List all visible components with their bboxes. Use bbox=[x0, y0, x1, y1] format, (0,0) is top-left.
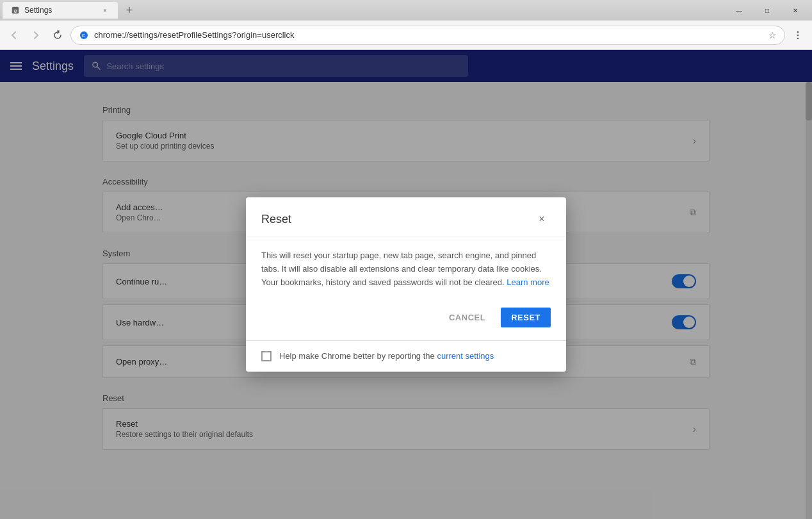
reload-button[interactable] bbox=[49, 26, 67, 44]
current-settings-link[interactable]: current settings bbox=[437, 351, 494, 361]
omnibox[interactable]: C chrome://settings/resetProfileSettings… bbox=[70, 26, 785, 45]
back-button[interactable] bbox=[5, 26, 23, 44]
reset-button[interactable]: RESET bbox=[501, 308, 551, 327]
close-button[interactable]: ✕ bbox=[781, 1, 809, 19]
active-tab[interactable]: ⚙ Settings × bbox=[3, 2, 118, 19]
bookmark-star-icon[interactable]: ☆ bbox=[768, 30, 777, 40]
new-tab-button[interactable]: + bbox=[120, 2, 138, 19]
checkbox-label-text: Help make Chrome better by reporting the… bbox=[279, 351, 494, 361]
window-controls: — □ ✕ bbox=[725, 1, 809, 19]
cancel-button[interactable]: CANCEL bbox=[441, 308, 493, 327]
chrome-menu-button[interactable] bbox=[789, 26, 807, 44]
forward-button[interactable] bbox=[27, 26, 45, 44]
minimize-button[interactable]: — bbox=[725, 1, 753, 19]
svg-point-4 bbox=[797, 31, 799, 32]
learn-more-link[interactable]: Learn more bbox=[507, 277, 549, 287]
dialog-body-text: This will reset your startup page, new t… bbox=[261, 249, 551, 289]
address-bar: C chrome://settings/resetProfileSettings… bbox=[0, 21, 812, 50]
url-display: chrome://settings/resetProfileSettings?o… bbox=[94, 30, 763, 40]
svg-text:⚙: ⚙ bbox=[13, 9, 17, 13]
reset-dialog: Reset × This will reset your startup pag… bbox=[246, 197, 566, 371]
modal-overlay: Reset × This will reset your startup pag… bbox=[0, 50, 812, 519]
dialog-body: This will reset your startup page, new t… bbox=[246, 236, 566, 302]
tab-close-button[interactable]: × bbox=[100, 5, 110, 15]
dialog-footer: Help make Chrome better by reporting the… bbox=[246, 340, 566, 372]
checkbox-wrapper: Help make Chrome better by reporting the… bbox=[261, 351, 494, 361]
dialog-actions: CANCEL RESET bbox=[246, 302, 566, 340]
tabs-area: ⚙ Settings × + bbox=[3, 2, 138, 19]
svg-point-5 bbox=[797, 34, 799, 35]
dialog-close-button[interactable]: × bbox=[533, 210, 551, 228]
maximize-button[interactable]: □ bbox=[753, 1, 781, 19]
report-settings-checkbox[interactable] bbox=[261, 351, 272, 361]
dialog-title: Reset bbox=[261, 213, 291, 226]
svg-text:C: C bbox=[82, 33, 86, 38]
title-bar: ⚙ Settings × + — □ ✕ bbox=[0, 0, 812, 21]
tab-favicon: ⚙ bbox=[10, 5, 20, 15]
site-security-icon: C bbox=[79, 30, 89, 40]
dialog-header: Reset × bbox=[246, 197, 566, 236]
svg-point-6 bbox=[797, 37, 799, 38]
tab-title: Settings bbox=[24, 6, 52, 15]
